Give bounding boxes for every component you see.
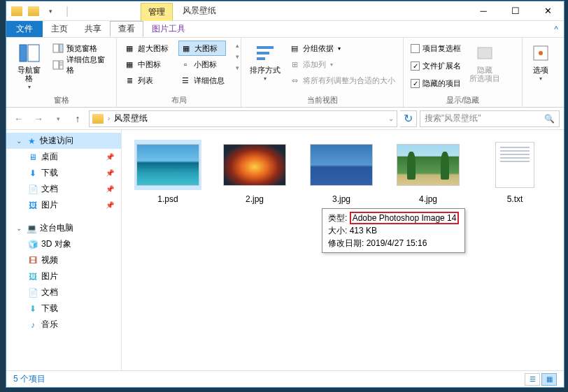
sidebar-documents[interactable]: 📄文档📌 bbox=[6, 181, 121, 197]
breadcrumb-folder[interactable]: 风景壁纸 bbox=[114, 112, 148, 124]
up-button[interactable]: ↑ bbox=[69, 110, 86, 127]
quick-access-toolbar: ▾ | bbox=[6, 3, 78, 19]
details-pane-icon bbox=[52, 59, 64, 71]
share-tab[interactable]: 共享 bbox=[76, 21, 110, 37]
sidebar-downloads[interactable]: ⬇下载📌 bbox=[6, 165, 121, 181]
expand-icon[interactable]: ⌄ bbox=[15, 224, 23, 232]
sidebar-pictures-label: 图片 bbox=[41, 199, 58, 211]
navigation-bar: ← → ▾ ↑ › 风景壁纸 ⌄ ↻ 搜索"风景壁纸" 🔍 bbox=[6, 108, 564, 130]
file-item[interactable]: 2.jpg bbox=[221, 140, 288, 204]
sidebar-this-pc[interactable]: ⌄ 💻 这台电脑 bbox=[6, 220, 121, 236]
file-name: 1.psd bbox=[157, 194, 178, 204]
forward-button[interactable]: → bbox=[30, 110, 47, 127]
minimize-button[interactable]: ─ bbox=[467, 1, 499, 21]
sidebar-music[interactable]: ♪音乐 bbox=[6, 317, 121, 333]
icons-view-button[interactable]: ▦ bbox=[541, 373, 557, 386]
chevron-down-icon: ▾ bbox=[338, 45, 341, 52]
sort-icon bbox=[254, 42, 276, 64]
picture-tools-tab[interactable]: 图片工具 bbox=[143, 21, 194, 37]
hide-icon bbox=[474, 42, 496, 64]
svg-rect-10 bbox=[257, 57, 265, 60]
chevron-down-icon: ▾ bbox=[330, 61, 333, 68]
list-button[interactable]: ≣列表 bbox=[122, 73, 177, 88]
group-by-label: 分组依据 bbox=[303, 43, 334, 54]
manage-tab[interactable]: 管理 bbox=[141, 3, 173, 21]
qat-dropdown[interactable]: ▾ bbox=[43, 3, 58, 19]
explorer-window: ▾ | 管理 风景壁纸 ─ ☐ ✕ 文件 主页 共享 查看 图片工具 ^ bbox=[6, 1, 565, 388]
sidebar-music-label: 音乐 bbox=[41, 319, 58, 331]
layout-more[interactable]: ▾ bbox=[236, 64, 239, 71]
hide-selected-button[interactable]: 隐藏 所选项目 bbox=[467, 41, 503, 91]
sidebar-3d[interactable]: 🧊3D 对象 bbox=[6, 236, 121, 252]
panes-group-label: 窗格 bbox=[6, 95, 116, 106]
ribbon-group-panes: 导航窗格 ▾ 预览窗格 详细信息窗格 窗格 bbox=[6, 38, 117, 107]
sort-by-button[interactable]: 排序方式 ▾ bbox=[247, 41, 283, 88]
sidebar-quick-access[interactable]: ⌄ ★ 快速访问 bbox=[6, 133, 121, 149]
details-pane-button[interactable]: 详细信息窗格 bbox=[51, 57, 111, 73]
expand-icon[interactable]: ⌄ bbox=[15, 137, 23, 145]
maximize-button[interactable]: ☐ bbox=[499, 1, 532, 21]
view-tab[interactable]: 查看 bbox=[110, 21, 143, 37]
ribbon-group-show-hide: 项目复选框 ✓文件扩展名 ✓隐藏的项目 隐藏 所选项目 显示/隐藏 bbox=[404, 38, 523, 107]
ribbon-group-options: 选项 ▾ bbox=[523, 38, 559, 107]
home-tab[interactable]: 主页 bbox=[43, 21, 76, 37]
fit-columns-button[interactable]: ⇔将所有列调整为合适的大小 bbox=[287, 73, 397, 88]
list-icon: ≣ bbox=[124, 75, 135, 86]
close-button[interactable]: ✕ bbox=[532, 1, 564, 21]
address-bar[interactable]: › 风景壁纸 ⌄ bbox=[89, 110, 397, 127]
file-ext-toggle[interactable]: ✓文件扩展名 bbox=[409, 58, 462, 73]
sidebar-documents2[interactable]: 📄文档 bbox=[6, 284, 121, 300]
xl-icons-button[interactable]: ▦超大图标 bbox=[122, 41, 177, 56]
tooltip-modified: 修改日期: 2019/4/27 15:16 bbox=[328, 237, 459, 249]
history-dropdown[interactable]: ▾ bbox=[50, 110, 66, 127]
s-icons-button[interactable]: ▫小图标 bbox=[178, 57, 226, 72]
file-item[interactable]: 4.jpg bbox=[395, 140, 462, 204]
add-column-button[interactable]: ⊞添加列▾ bbox=[287, 57, 397, 72]
hidden-items-label: 隐藏的项目 bbox=[423, 78, 461, 89]
sidebar-pictures2[interactable]: 🖼图片 bbox=[6, 268, 121, 284]
file-tab[interactable]: 文件 bbox=[6, 21, 43, 37]
nav-pane-button[interactable]: 导航窗格 ▾ bbox=[12, 41, 47, 92]
file-item[interactable]: 1.psd bbox=[134, 140, 201, 204]
file-name: 4.jpg bbox=[419, 194, 437, 204]
refresh-button[interactable]: ↻ bbox=[400, 110, 417, 127]
svg-rect-9 bbox=[257, 52, 269, 55]
file-name: 2.jpg bbox=[246, 194, 264, 204]
computer-icon: 💻 bbox=[26, 223, 37, 234]
group-by-button[interactable]: ▤分组依据▾ bbox=[287, 41, 397, 56]
back-button[interactable]: ← bbox=[10, 110, 27, 127]
thumbnail bbox=[310, 144, 373, 186]
file-item[interactable]: 3.jpg bbox=[308, 140, 375, 204]
body: ⌄ ★ 快速访问 🖥桌面📌 ⬇下载📌 📄文档📌 🖼图片📌 ⌄ 💻 这台电脑 🧊3… bbox=[6, 130, 564, 370]
layout-scroll-up[interactable]: ▴ bbox=[236, 42, 239, 49]
preview-pane-button[interactable]: 预览窗格 bbox=[51, 41, 111, 56]
fit-columns-icon: ⇔ bbox=[289, 75, 300, 86]
hidden-items-toggle[interactable]: ✓隐藏的项目 bbox=[409, 75, 462, 91]
details-button[interactable]: ☰详细信息 bbox=[178, 73, 226, 88]
sidebar-documents2-label: 文档 bbox=[41, 286, 58, 298]
svg-rect-8 bbox=[257, 46, 274, 49]
sidebar-downloads2[interactable]: ⬇下载 bbox=[6, 300, 121, 317]
m-icons-button[interactable]: ▦中图标 bbox=[122, 57, 177, 72]
sidebar-documents-label: 文档 bbox=[41, 183, 58, 195]
this-pc-label: 这台电脑 bbox=[40, 222, 73, 234]
ribbon-expand-icon[interactable]: ^ bbox=[548, 24, 564, 34]
file-content-area[interactable]: 1.psd 2.jpg 3.jpg 4.jpg 5.txt bbox=[122, 130, 564, 370]
l-icons-button[interactable]: ▦大图标 bbox=[178, 41, 226, 56]
layout-scroll-down[interactable]: ▾ bbox=[236, 53, 239, 60]
layout-group-label: 布局 bbox=[117, 95, 241, 106]
sidebar-pictures[interactable]: 🖼图片📌 bbox=[6, 197, 121, 213]
file-item[interactable]: 5.txt bbox=[481, 140, 548, 204]
svg-rect-0 bbox=[20, 45, 27, 61]
ribbon-group-layout: ▦超大图标 ▦大图标 ▦中图标 ▫小图标 ≣列表 ☰详细信息 ▴ ▾ ▾ 布局 bbox=[117, 38, 241, 107]
sidebar-videos[interactable]: 🎞视频 bbox=[6, 252, 121, 268]
address-dropdown-icon[interactable]: ⌄ bbox=[388, 115, 394, 122]
details-view-button[interactable]: ☰ bbox=[525, 373, 540, 386]
search-box[interactable]: 搜索"风景壁纸" 🔍 bbox=[420, 110, 560, 127]
tooltip-size: 大小: 413 KB bbox=[328, 224, 459, 237]
options-button[interactable]: 选项 ▾ bbox=[528, 41, 553, 83]
s-icons-label: 小图标 bbox=[194, 59, 217, 70]
item-checkbox-toggle[interactable]: 项目复选框 bbox=[409, 41, 462, 56]
sidebar-desktop[interactable]: 🖥桌面📌 bbox=[6, 149, 121, 165]
document-icon: 📄 bbox=[27, 184, 38, 195]
